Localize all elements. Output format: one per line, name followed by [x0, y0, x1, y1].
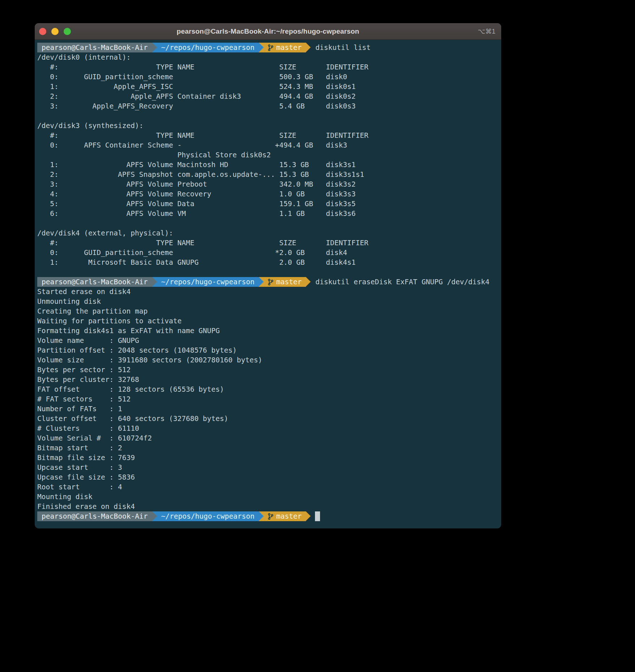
powerline-arrow-icon — [152, 277, 157, 287]
powerline-arrow-icon — [306, 43, 311, 52]
terminal-output-line: Physical Store disk0s2 — [37, 150, 501, 160]
terminal-output-line: #: TYPE NAME SIZE IDENTIFIER — [37, 238, 501, 248]
terminal-output-line: Partition offset : 2048 sectors (1048576… — [37, 345, 501, 355]
prompt-branch-segment: master — [264, 511, 306, 521]
terminal-output-line: 0: GUID_partition_scheme *2.0 GB disk4 — [37, 248, 501, 258]
git-branch-icon — [268, 513, 273, 520]
powerline-arrow-icon — [152, 43, 157, 52]
terminal-output-line — [37, 267, 501, 277]
prompt-path-segment: ~/repos/hugo-cwpearson — [157, 43, 259, 52]
titlebar[interactable]: pearson@Carls-MacBook-Air:~/repos/hugo-c… — [35, 23, 501, 40]
powerline-arrow-icon — [306, 277, 311, 287]
terminal-output-line: Volume Serial # : 610724f2 — [37, 433, 501, 443]
terminal-output-line: #: TYPE NAME SIZE IDENTIFIER — [37, 62, 501, 72]
prompt-line-1: pearson@Carls-MacBook-Air ~/repos/hugo-c… — [37, 43, 501, 52]
terminal-output-line: Bytes per cluster: 32768 — [37, 375, 501, 384]
close-button[interactable] — [39, 28, 46, 35]
terminal-output-line: #: TYPE NAME SIZE IDENTIFIER — [37, 131, 501, 140]
prompt-branch-segment: master — [264, 277, 306, 287]
terminal-output-line: Upcase start : 3 — [37, 463, 501, 472]
terminal-output-line: 3: Apple_APFS_Recovery 5.4 GB disk0s3 — [37, 101, 501, 111]
terminal-output-line: Volume name : GNUPG — [37, 336, 501, 345]
terminal-body[interactable]: pearson@Carls-MacBook-Air ~/repos/hugo-c… — [35, 40, 501, 521]
terminal-output-line: Formatting disk4s1 as ExFAT with name GN… — [37, 326, 501, 336]
powerline-arrow-icon — [152, 511, 157, 521]
terminal-output-line: 1: Apple_APFS_ISC 524.3 MB disk0s1 — [37, 82, 501, 92]
powerline-arrow-icon — [259, 277, 264, 287]
prompt-path-segment: ~/repos/hugo-cwpearson — [157, 277, 259, 287]
prompt-user-segment: pearson@Carls-MacBook-Air — [37, 43, 152, 52]
minimize-button[interactable] — [51, 28, 59, 35]
terminal-output-line: 4: APFS Volume Recovery 1.0 GB disk3s3 — [37, 189, 501, 199]
diskutil-list-output: /dev/disk0 (internal): #: TYPE NAME SIZE… — [37, 52, 501, 277]
terminal-output-line: Cluster offset : 640 sectors (327680 byt… — [37, 414, 501, 424]
traffic-lights — [39, 28, 71, 35]
terminal-output-line: Bitmap start : 2 — [37, 443, 501, 453]
terminal-output-line — [37, 218, 501, 228]
terminal-output-line: Started erase on disk4 — [37, 287, 501, 297]
command-text: diskutil eraseDisk ExFAT GNUPG /dev/disk… — [315, 277, 489, 287]
terminal-output-line: 3: APFS Volume Preboot 342.0 MB disk3s2 — [37, 179, 501, 189]
terminal-output-line: /dev/disk4 (external, physical): — [37, 228, 501, 238]
terminal-output-line: Creating the partition map — [37, 306, 501, 316]
branch-name: master — [276, 277, 302, 287]
desktop-background: { "window": { "title": "pearson@Carls-Ma… — [0, 0, 635, 672]
prompt-path-segment: ~/repos/hugo-cwpearson — [157, 511, 259, 521]
terminal-output-line: Root start : 4 — [37, 482, 501, 492]
powerline-arrow-icon — [259, 43, 264, 52]
terminal-output-line: /dev/disk3 (synthesized): — [37, 121, 501, 131]
terminal-output-line: 2: Apple_APFS Container disk3 494.4 GB d… — [37, 92, 501, 101]
prompt-line-2: pearson@Carls-MacBook-Air ~/repos/hugo-c… — [37, 277, 501, 287]
zoom-button[interactable] — [64, 28, 71, 35]
terminal-output-line: /dev/disk0 (internal): — [37, 52, 501, 62]
terminal-output-line: Finished erase on disk4 — [37, 502, 501, 511]
prompt-branch-segment: master — [264, 43, 306, 52]
terminal-output-line: 1: Microsoft Basic Data GNUPG 2.0 GB dis… — [37, 258, 501, 267]
terminal-output-line: 0: GUID_partition_scheme 500.3 GB disk0 — [37, 72, 501, 82]
terminal-output-line: # Clusters : 61110 — [37, 424, 501, 433]
terminal-output-line — [37, 111, 501, 121]
powerline-arrow-icon — [259, 511, 264, 521]
window-shortcut-badge: ⌥⌘1 — [478, 23, 495, 40]
prompt-line-3[interactable]: pearson@Carls-MacBook-Air ~/repos/hugo-c… — [37, 511, 501, 521]
terminal-output-line: 2: APFS Snapshot com.apple.os.update-...… — [37, 170, 501, 179]
terminal-window: pearson@Carls-MacBook-Air:~/repos/hugo-c… — [35, 23, 501, 528]
terminal-output-line: Bytes per sector : 512 — [37, 365, 501, 375]
terminal-output-line: Bitmap file size : 7639 — [37, 453, 501, 463]
branch-name: master — [276, 511, 302, 521]
terminal-cursor — [315, 511, 320, 521]
git-branch-icon — [268, 44, 273, 51]
prompt-user-segment: pearson@Carls-MacBook-Air — [37, 511, 152, 521]
git-branch-icon — [268, 278, 273, 286]
erase-disk-output: Started erase on disk4Unmounting diskCre… — [37, 287, 501, 511]
command-text: diskutil list — [315, 43, 371, 52]
prompt-user-segment: pearson@Carls-MacBook-Air — [37, 277, 152, 287]
terminal-output-line: 6: APFS Volume VM 1.1 GB disk3s6 — [37, 209, 501, 218]
terminal-output-line: Upcase file size : 5836 — [37, 472, 501, 482]
powerline-arrow-icon — [306, 511, 311, 521]
window-title: pearson@Carls-MacBook-Air:~/repos/hugo-c… — [35, 27, 501, 35]
terminal-output-line: 1: APFS Volume Macintosh HD 15.3 GB disk… — [37, 160, 501, 170]
terminal-output-line: Volume size : 3911680 sectors (200278016… — [37, 355, 501, 365]
terminal-output-line: 0: APFS Container Scheme - +494.4 GB dis… — [37, 140, 501, 150]
terminal-output-line: Waiting for partitions to activate — [37, 316, 501, 326]
terminal-output-line: Number of FATs : 1 — [37, 404, 501, 414]
branch-name: master — [276, 43, 302, 52]
terminal-output-line: FAT offset : 128 sectors (65536 bytes) — [37, 384, 501, 394]
terminal-output-line: 5: APFS Volume Data 159.1 GB disk3s5 — [37, 199, 501, 209]
terminal-output-line: Unmounting disk — [37, 297, 501, 306]
terminal-output-line: # FAT sectors : 512 — [37, 394, 501, 404]
terminal-output-line: Mounting disk — [37, 492, 501, 502]
